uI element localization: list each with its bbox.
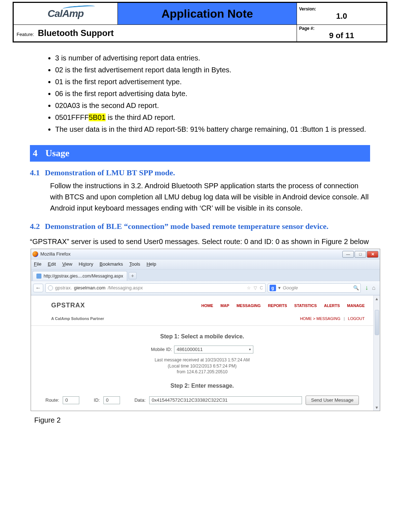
list-item: The user data is in the third AD report-…: [55, 124, 370, 135]
crumb-pipe: |: [344, 316, 345, 321]
crumb-home[interactable]: HOME: [300, 316, 312, 321]
step-2-heading: Step 2: Enter message.: [31, 382, 373, 391]
firefox-window: Mozilla Firefox — □ ✕ File Edit View His…: [31, 249, 380, 411]
page-value: 9 of 11: [297, 31, 386, 41]
page-label: Page #:: [297, 25, 386, 31]
scroll-up-icon[interactable]: ▲: [374, 296, 380, 302]
browser-tab[interactable]: http://gpstrax.gies....com/Messaging.asp…: [32, 271, 127, 281]
section-4-1-body: Follow the instructions in 3.2. Android …: [30, 180, 370, 214]
version-label: Version:: [297, 5, 386, 12]
data-input[interactable]: 0x415447572C312C33382C322C31: [149, 396, 302, 404]
site-logo[interactable]: GPSTRAX: [51, 301, 85, 311]
nav-toolbar: ← gpstrax.gieselman.com/Messaging.aspx ☆…: [31, 281, 380, 295]
vertical-scrollbar[interactable]: ▲ ▼: [373, 296, 380, 411]
menu-bar: File Edit View History Bookmarks Tools H…: [31, 259, 380, 269]
section-title: Usage: [45, 148, 69, 158]
section-4-2-heading: 4.2Demonstration of BLE “connection” mod…: [30, 220, 370, 233]
search-bar[interactable]: g ▾ Google 🔍: [268, 283, 361, 293]
crumb-messaging[interactable]: MESSAGING: [316, 316, 341, 321]
url-bar[interactable]: gpstrax.gieselman.com/Messaging.aspx ☆ ▽…: [45, 283, 266, 293]
logo-cell: CalAmp: [13, 3, 118, 25]
feature-cell: Feature: Bluetooth Support: [13, 25, 297, 42]
subsection-title: Demonstration of LMU BT SPP mode.: [45, 168, 175, 177]
tab-strip: http://gpstrax.gies....com/Messaging.asp…: [31, 269, 380, 281]
menu-view[interactable]: View: [62, 261, 72, 267]
calamp-logo: CalAmp: [48, 8, 84, 19]
mobile-id-select[interactable]: 4861000011 ▾: [174, 346, 253, 353]
send-user-message-button[interactable]: Send User Message: [306, 396, 359, 405]
window-maximize-button[interactable]: □: [355, 251, 366, 258]
data-label: Data:: [134, 397, 146, 404]
last-message-meta: Last message received at 10/23/2013 1:57…: [31, 357, 373, 375]
nav-messaging[interactable]: MESSAGING: [236, 303, 261, 309]
section-4-2-body: “GPSTRAX” server is used to send User0 m…: [30, 236, 370, 247]
nav-map[interactable]: MAP: [221, 303, 229, 309]
meta-line: (Local time 10/22/2013 6:57:24 PM): [31, 363, 373, 369]
nav-home[interactable]: HOME: [201, 303, 213, 309]
meta-line: Last message received at 10/23/2013 1:57…: [31, 357, 373, 363]
search-placeholder: Google: [283, 284, 298, 292]
menu-edit[interactable]: Edit: [48, 261, 56, 267]
back-button[interactable]: ←: [33, 284, 43, 292]
firefox-icon: [32, 251, 38, 257]
nav-reports[interactable]: REPORTS: [268, 303, 287, 309]
list-item: 0501FFFF5B01 is the third AD report.: [55, 112, 370, 123]
figure-caption: Figure 2: [34, 415, 370, 426]
list-item: 01 is the first report advertisement typ…: [55, 76, 370, 87]
list-item: 3 is number of advertising report data e…: [55, 53, 370, 64]
menu-bookmarks[interactable]: Bookmarks: [99, 261, 123, 267]
reload-icon[interactable]: C: [260, 285, 263, 292]
menu-history[interactable]: History: [79, 261, 93, 267]
url-pre: gpstrax.: [55, 284, 72, 292]
route-label: Route:: [45, 397, 59, 404]
feature-value: Bluetooth Support: [38, 28, 114, 38]
subsection-number: 4.2: [30, 222, 40, 231]
id-input[interactable]: 0: [103, 396, 120, 404]
text: is the third AD report.: [106, 113, 175, 121]
chevron-down-icon: ▾: [249, 347, 251, 352]
mobile-id-value: 4861000011: [177, 346, 203, 353]
scroll-thumb[interactable]: [375, 310, 379, 335]
bullet-list: 3 is number of advertising report data e…: [30, 53, 370, 135]
list-item: 06 is the first report advertising data …: [55, 88, 370, 99]
google-icon: g: [270, 285, 276, 291]
feature-label: Feature:: [17, 32, 34, 37]
window-titlebar[interactable]: Mozilla Firefox — □ ✕: [31, 249, 380, 259]
bookmark-star-icon[interactable]: ☆: [247, 285, 251, 292]
menu-help[interactable]: Help: [147, 261, 156, 267]
nav-statistics[interactable]: STATISTICS: [294, 303, 317, 309]
data-value: 0x415447572C312C33382C322C31: [152, 397, 227, 404]
menu-tools[interactable]: Tools: [129, 261, 140, 267]
page-viewport: GPSTRAX HOME MAP MESSAGING REPORTS STATI…: [31, 296, 373, 411]
scroll-down-icon[interactable]: ▼: [374, 404, 380, 411]
url-dropdown-icon[interactable]: ▽: [254, 285, 257, 292]
favicon-icon: [36, 274, 41, 279]
text: 0501FFFF: [55, 113, 89, 121]
breadcrumb: HOME > MESSAGING | LOGOUT: [300, 316, 365, 322]
list-item: 020A03 is the second AD report.: [55, 100, 370, 111]
url-post: /Messaging.aspx: [108, 284, 143, 292]
subsection-number: 4.1: [30, 168, 40, 177]
nav-manage[interactable]: MANAGE: [347, 303, 365, 309]
window-close-button[interactable]: ✕: [367, 251, 378, 258]
search-icon[interactable]: 🔍: [353, 284, 359, 292]
mobile-id-label: Mobile ID:: [151, 346, 172, 353]
site-tagline: A CalAmp Solutions Partner: [51, 316, 104, 322]
section-4-heading: 4Usage: [30, 145, 370, 162]
route-input[interactable]: 0: [63, 396, 79, 404]
new-tab-button[interactable]: +: [129, 272, 137, 279]
search-dropdown-icon[interactable]: ▾: [278, 284, 281, 292]
nav-alerts[interactable]: ALERTS: [324, 303, 340, 309]
subsection-title: Demonstration of BLE “connection” mode b…: [45, 222, 329, 231]
home-icon[interactable]: ⌂: [372, 284, 375, 293]
site-nav: HOME MAP MESSAGING REPORTS STATISTICS AL…: [201, 303, 365, 309]
id-label: ID:: [94, 397, 100, 404]
logout-link[interactable]: LOGOUT: [348, 316, 365, 321]
window-minimize-button[interactable]: —: [342, 251, 354, 258]
url-host: gieselman.com: [74, 284, 105, 292]
downloads-icon[interactable]: ↓: [365, 283, 368, 293]
version-cell: Version: 1.0: [297, 3, 387, 25]
version-value: 1.0: [297, 12, 386, 22]
doc-title: Application Note: [118, 3, 297, 25]
menu-file[interactable]: File: [34, 261, 41, 267]
